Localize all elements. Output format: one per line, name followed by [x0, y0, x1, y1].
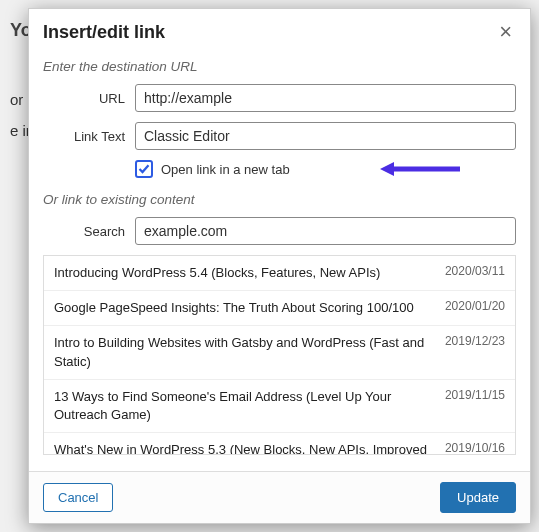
- result-title: What's New in WordPress 5.3 (New Blocks,…: [54, 441, 433, 455]
- result-title: Intro to Building Websites with Gatsby a…: [54, 334, 433, 370]
- destination-hint: Enter the destination URL: [43, 59, 516, 74]
- result-item[interactable]: Introducing WordPress 5.4 (Blocks, Featu…: [44, 256, 515, 291]
- check-icon: [138, 163, 150, 175]
- result-date: 2019/12/23: [445, 334, 505, 370]
- result-item[interactable]: What's New in WordPress 5.3 (New Blocks,…: [44, 433, 515, 455]
- result-title: 13 Ways to Find Someone's Email Address …: [54, 388, 433, 424]
- new-tab-checkbox[interactable]: [135, 160, 153, 178]
- result-date: 2019/11/15: [445, 388, 505, 424]
- svg-marker-1: [380, 162, 394, 176]
- url-row: URL: [43, 84, 516, 112]
- new-tab-label: Open link in a new tab: [161, 162, 290, 177]
- link-text-label: Link Text: [43, 129, 135, 144]
- url-label: URL: [43, 91, 135, 106]
- modal-header: Insert/edit link ×: [29, 9, 530, 55]
- cancel-button[interactable]: Cancel: [43, 483, 113, 512]
- existing-content-hint: Or link to existing content: [43, 192, 516, 207]
- result-title: Introducing WordPress 5.4 (Blocks, Featu…: [54, 264, 433, 282]
- result-title: Google PageSpeed Insights: The Truth Abo…: [54, 299, 433, 317]
- url-input[interactable]: [135, 84, 516, 112]
- modal-body: Enter the destination URL URL Link Text …: [29, 55, 530, 471]
- search-label: Search: [43, 224, 135, 239]
- search-row: Search: [43, 217, 516, 245]
- search-input[interactable]: [135, 217, 516, 245]
- modal-title: Insert/edit link: [43, 22, 165, 43]
- update-button[interactable]: Update: [440, 482, 516, 513]
- link-text-input[interactable]: [135, 122, 516, 150]
- result-date: 2019/10/16: [445, 441, 505, 455]
- insert-link-modal: Insert/edit link × Enter the destination…: [28, 8, 531, 524]
- search-results: Introducing WordPress 5.4 (Blocks, Featu…: [43, 255, 516, 455]
- link-text-row: Link Text: [43, 122, 516, 150]
- result-date: 2020/01/20: [445, 299, 505, 317]
- result-date: 2020/03/11: [445, 264, 505, 282]
- result-item[interactable]: Google PageSpeed Insights: The Truth Abo…: [44, 291, 515, 326]
- result-item[interactable]: 13 Ways to Find Someone's Email Address …: [44, 380, 515, 433]
- close-button[interactable]: ×: [495, 21, 516, 43]
- new-tab-row: Open link in a new tab: [135, 160, 516, 178]
- result-item[interactable]: Intro to Building Websites with Gatsby a…: [44, 326, 515, 379]
- annotation-arrow-icon: [380, 160, 460, 178]
- modal-footer: Cancel Update: [29, 471, 530, 523]
